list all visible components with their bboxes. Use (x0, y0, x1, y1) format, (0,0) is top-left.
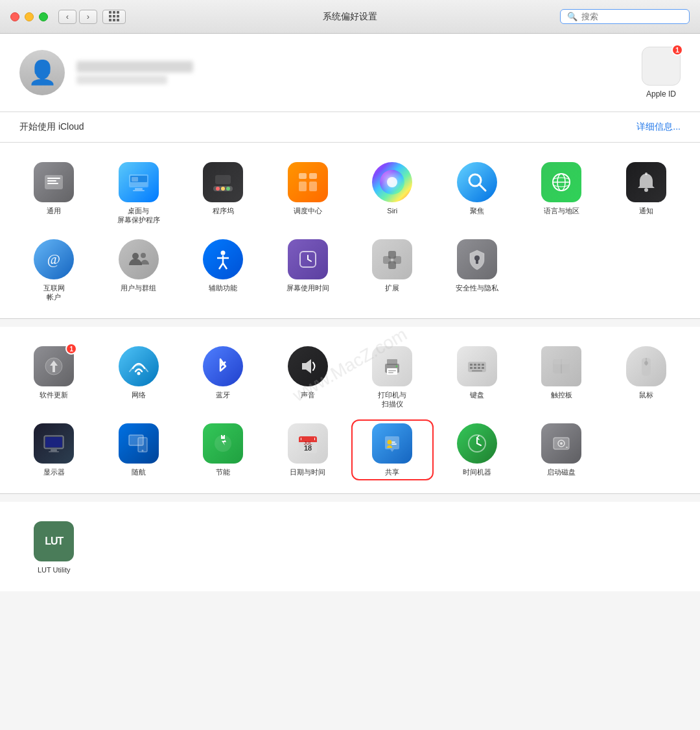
desktop-label: 桌面与 屏幕保护程序 (117, 206, 160, 225)
pref-datetime[interactable]: 18 JUL 日期与时间 (267, 419, 349, 480)
pref-bluetooth[interactable]: 蓝牙 (182, 342, 264, 413)
notification-label: 通知 (639, 206, 653, 215)
icloud-detail-link[interactable]: 详细信息... (636, 121, 681, 133)
lut-label: LUT Utility (38, 565, 71, 574)
svg-rect-58 (482, 367, 484, 369)
mission-icon (288, 162, 328, 202)
spotlight-label: 聚焦 (470, 206, 484, 215)
extensions-label: 扩展 (385, 283, 399, 292)
pref-extensions[interactable]: 扩展 (351, 235, 434, 306)
network-label: 网络 (132, 390, 146, 399)
svg-rect-56 (474, 367, 476, 369)
hardware-grid: 1 软件更新 网络 (13, 342, 687, 480)
close-button[interactable] (10, 12, 19, 21)
siri-icon (372, 162, 412, 202)
datetime-icon: 18 JUL (288, 423, 328, 464)
notification-icon (626, 162, 666, 202)
language-label: 语言与地区 (544, 206, 579, 215)
minimize-button[interactable] (25, 12, 34, 21)
svg-point-71 (141, 449, 143, 451)
back-button[interactable]: ‹ (58, 10, 76, 24)
pref-trackpad[interactable]: 触控板 (520, 342, 603, 413)
svg-text:@: @ (47, 251, 60, 267)
pref-security[interactable]: 安全性与隐私 (436, 235, 519, 306)
apple-id-section[interactable]: 1 Apple ID (642, 47, 681, 99)
svg-rect-6 (135, 188, 143, 190)
network-icon (119, 346, 159, 386)
sidecar-label: 随航 (132, 467, 146, 477)
pref-sidecar[interactable]: 随航 (98, 419, 180, 480)
svg-rect-15 (299, 173, 307, 179)
svg-rect-40 (476, 260, 478, 264)
pref-mission[interactable]: 调度中心 (267, 158, 349, 229)
maximize-button[interactable] (39, 12, 48, 21)
svg-rect-66 (45, 437, 62, 447)
svg-text:JUL: JUL (303, 441, 312, 445)
extensions-icon (372, 239, 412, 279)
bluetooth-label: 蓝牙 (216, 390, 230, 399)
section-hardware: 1 软件更新 网络 (0, 327, 700, 494)
grid-view-button[interactable] (102, 10, 126, 24)
language-icon (541, 162, 581, 202)
pref-timemachine[interactable]: 时间机器 (436, 419, 519, 480)
pref-dock[interactable]: 程序坞 (182, 158, 264, 229)
sound-icon (288, 346, 328, 386)
pref-keyboard[interactable]: 键盘 (436, 342, 519, 413)
pref-display[interactable]: 显示器 (13, 419, 95, 480)
pref-printer[interactable]: 打印机与 扫描仪 (351, 342, 434, 413)
thirdparty-grid: LUT LUT Utility (13, 517, 687, 578)
search-box[interactable]: 🔍 (560, 9, 690, 24)
pref-general[interactable]: 通用 (13, 158, 95, 229)
svg-rect-51 (470, 364, 472, 366)
svg-point-84 (560, 442, 563, 445)
pref-softupdate[interactable]: 1 软件更新 (13, 342, 95, 413)
pref-battery[interactable]: 节能 (182, 419, 264, 480)
svg-rect-0 (45, 175, 63, 189)
spotlight-icon (457, 162, 497, 202)
pref-notification[interactable]: 通知 (605, 158, 688, 229)
trackpad-label: 触控板 (551, 390, 572, 399)
svg-rect-3 (47, 183, 58, 184)
battery-label: 节能 (216, 467, 230, 477)
pref-users[interactable]: 用户与群组 (98, 235, 180, 306)
profile-sub-blurred (76, 75, 167, 84)
pref-screentime[interactable]: 屏幕使用时间 (267, 235, 349, 306)
pref-sound[interactable]: 声音 (267, 342, 349, 413)
general-grid: 通用 桌面与 屏幕保护程序 (13, 158, 687, 305)
search-input[interactable] (581, 12, 682, 21)
section-general: 通用 桌面与 屏幕保护程序 (0, 143, 700, 319)
bluetooth-icon (203, 346, 243, 386)
svg-rect-14 (215, 175, 231, 184)
svg-point-42 (137, 372, 140, 375)
pref-spotlight[interactable]: 聚焦 (436, 158, 519, 229)
pref-desktop[interactable]: 桌面与 屏幕保护程序 (98, 158, 180, 229)
profile-name-area (76, 61, 193, 84)
pref-sharing[interactable]: 共享 (351, 419, 434, 480)
sharing-label: 共享 (385, 467, 399, 477)
pref-network[interactable]: 网络 (98, 342, 180, 413)
mouse-icon (626, 346, 666, 386)
accessibility-label: 辅助功能 (209, 283, 237, 292)
forward-button[interactable]: › (79, 10, 97, 24)
pref-internet[interactable]: @ 互联网 帐户 (13, 235, 95, 306)
pref-startup[interactable]: 启动磁盘 (520, 419, 603, 480)
datetime-label: 日期与时间 (290, 467, 325, 477)
softupdate-label: 软件更新 (40, 390, 68, 399)
svg-rect-77 (301, 438, 301, 440)
profile-name-blurred (76, 61, 193, 73)
svg-rect-9 (132, 177, 138, 182)
pref-siri[interactable]: Siri (351, 158, 434, 229)
svg-rect-53 (478, 364, 480, 366)
svg-point-49 (396, 366, 398, 368)
svg-point-29 (221, 250, 226, 255)
svg-rect-45 (387, 359, 397, 365)
pref-lut[interactable]: LUT LUT Utility (13, 517, 95, 578)
pref-accessibility[interactable]: 辅助功能 (182, 235, 264, 306)
mission-label: 调度中心 (294, 206, 322, 215)
avatar[interactable]: 👤 (19, 50, 65, 95)
lut-icon: LUT (34, 521, 74, 561)
pref-language[interactable]: 语言与地区 (520, 158, 603, 229)
pref-mouse[interactable]: 鼠标 (605, 342, 688, 413)
timemachine-label: 时间机器 (463, 467, 491, 477)
screentime-icon (288, 239, 328, 279)
